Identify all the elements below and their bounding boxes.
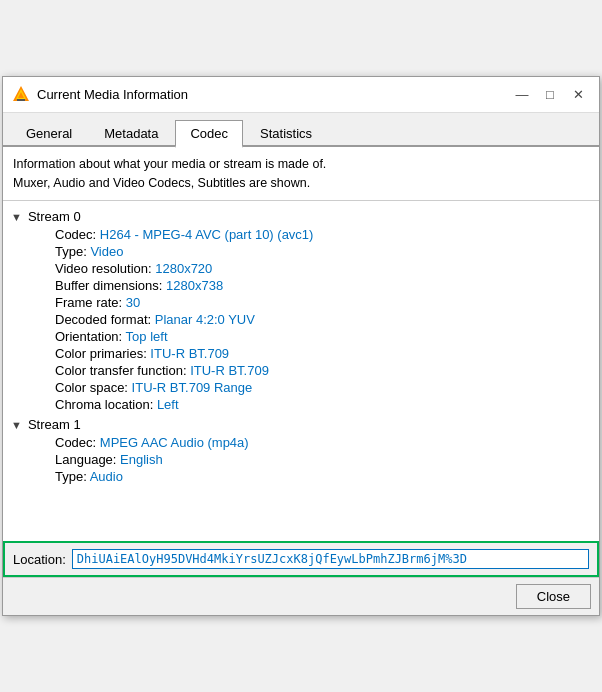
tab-statistics[interactable]: Statistics — [245, 120, 327, 146]
main-window: Current Media Information — □ ✕ General … — [2, 76, 600, 617]
stream-1-type: Type: Audio — [3, 468, 599, 485]
stream-0-name: Stream 0 — [28, 209, 81, 224]
minimize-button[interactable]: — — [509, 83, 535, 105]
description-line2: Muxer, Audio and Video Codecs, Subtitles… — [13, 176, 310, 190]
stream-0-color-transfer: Color transfer function: ITU-R BT.709 — [3, 362, 599, 379]
codec-tree-scroll[interactable]: ▼ Stream 0 Codec: H264 - MPEG-4 AVC (par… — [3, 201, 599, 541]
stream-0-codec-value: H264 - MPEG-4 AVC (part 10) (avc1) — [100, 227, 314, 242]
location-value[interactable]: DhiUAiEAlOyH95DVHd4MkiYrsUZJcxK8jQfEywLb… — [72, 549, 589, 569]
footer: Close — [3, 577, 599, 615]
stream-1-header[interactable]: ▼ Stream 1 — [3, 415, 599, 434]
stream-0-header[interactable]: ▼ Stream 0 — [3, 207, 599, 226]
window-controls: — □ ✕ — [509, 83, 591, 105]
location-label: Location: — [13, 552, 66, 567]
title-bar: Current Media Information — □ ✕ — [3, 77, 599, 113]
stream-0-chroma: Chroma location: Left — [3, 396, 599, 413]
stream-1-codec: Codec: MPEG AAC Audio (mp4a) — [3, 434, 599, 451]
app-icon — [11, 84, 31, 104]
maximize-button[interactable]: □ — [537, 83, 563, 105]
stream-0-arrow: ▼ — [11, 211, 22, 223]
stream-0-codec: Codec: H264 - MPEG-4 AVC (part 10) (avc1… — [3, 226, 599, 243]
close-button[interactable]: Close — [516, 584, 591, 609]
stream-0-color-primaries: Color primaries: ITU-R BT.709 — [3, 345, 599, 362]
stream-0-orientation: Orientation: Top left — [3, 328, 599, 345]
tab-codec[interactable]: Codec — [175, 120, 243, 148]
stream-0-type: Type: Video — [3, 243, 599, 260]
tab-metadata[interactable]: Metadata — [89, 120, 173, 146]
stream-0-type-value: Video — [90, 244, 123, 259]
codec-description: Information about what your media or str… — [3, 147, 599, 202]
stream-0-resolution: Video resolution: 1280x720 — [3, 260, 599, 277]
stream-0-color-space: Color space: ITU-R BT.709 Range — [3, 379, 599, 396]
tab-general[interactable]: General — [11, 120, 87, 146]
stream-1-arrow: ▼ — [11, 419, 22, 431]
stream-0-framerate: Frame rate: 30 — [3, 294, 599, 311]
stream-1-name: Stream 1 — [28, 417, 81, 432]
stream-1-language: Language: English — [3, 451, 599, 468]
description-line1: Information about what your media or str… — [13, 157, 326, 171]
close-window-button[interactable]: ✕ — [565, 83, 591, 105]
location-bar: Location: DhiUAiEAlOyH95DVHd4MkiYrsUZJcx… — [3, 541, 599, 577]
stream-0-buffer: Buffer dimensions: 1280x738 — [3, 277, 599, 294]
stream-1-group: ▼ Stream 1 Codec: MPEG AAC Audio (mp4a) … — [3, 415, 599, 485]
codec-tree-area: ▼ Stream 0 Codec: H264 - MPEG-4 AVC (par… — [3, 201, 599, 541]
stream-0-type-label: Type: — [55, 244, 90, 259]
window-title: Current Media Information — [37, 87, 509, 102]
tab-bar: General Metadata Codec Statistics — [3, 113, 599, 147]
stream-0-codec-label: Codec: — [55, 227, 100, 242]
stream-0-group: ▼ Stream 0 Codec: H264 - MPEG-4 AVC (par… — [3, 207, 599, 413]
stream-0-decoded: Decoded format: Planar 4:2:0 YUV — [3, 311, 599, 328]
